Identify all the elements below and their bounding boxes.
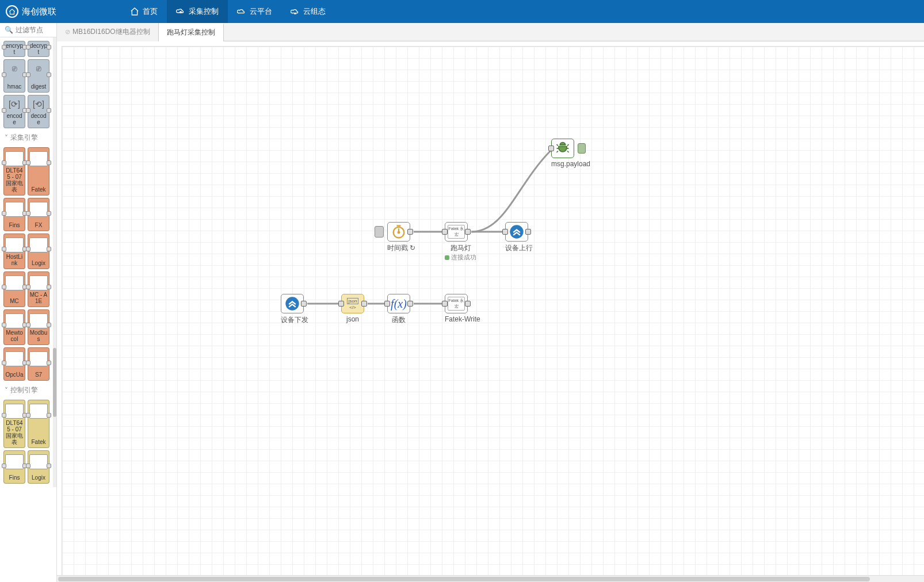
node-fatek-read[interactable]: Fatek 永宏 跑马灯 连接成功 bbox=[445, 222, 476, 262]
palette-node-mewtocol[interactable]: Mewtocol bbox=[3, 309, 25, 345]
chip-icon bbox=[5, 202, 24, 217]
canvas-viewport[interactable]: msg.payload 时间戳 ↻ Fatek 永宏 跑马 bbox=[57, 41, 924, 575]
nav-collect[interactable]: 采集控制 bbox=[167, 0, 228, 23]
svg-point-2 bbox=[398, 231, 400, 234]
chip-icon bbox=[29, 454, 48, 469]
chip-icon bbox=[29, 202, 48, 217]
palette-node-decode[interactable]: [⟲]decode bbox=[28, 95, 49, 128]
palette-node-modbus[interactable]: Modbus bbox=[28, 309, 49, 345]
tab-relay[interactable]: MB16DI16DO继电器控制 bbox=[57, 23, 159, 41]
palette-node-fatek-w[interactable]: Fatek bbox=[28, 400, 49, 448]
chip-icon bbox=[29, 151, 48, 166]
chip-icon bbox=[29, 404, 48, 419]
encode-icon: [⟳] bbox=[7, 98, 22, 110]
node-status: 连接成功 bbox=[445, 253, 476, 262]
palette-sidebar: 🔍 encrypt decrypt ⎚hmac ⎚digest [⟳]encod… bbox=[0, 23, 57, 582]
chevron-down-icon: ˅ bbox=[5, 386, 8, 395]
node-function[interactable]: f(x) 函数 bbox=[387, 294, 410, 325]
timer-icon bbox=[391, 224, 407, 240]
digest-icon: ⎚ bbox=[31, 62, 46, 75]
palette-node-logix-w[interactable]: Logix bbox=[28, 450, 49, 484]
nav-home[interactable]: 首页 bbox=[121, 0, 167, 23]
chip-icon bbox=[29, 275, 48, 290]
chip-icon bbox=[5, 238, 24, 252]
palette-node-fatek[interactable]: Fatek bbox=[28, 147, 49, 196]
debug-toggle[interactable] bbox=[578, 143, 586, 154]
palette-node-hostlink[interactable]: HostLink bbox=[3, 233, 25, 269]
search-input[interactable] bbox=[16, 26, 52, 34]
main-nav: 首页 采集控制 云平台 云组态 bbox=[121, 0, 335, 23]
json-icon: json</> bbox=[347, 298, 359, 310]
palette-node-encrypt[interactable]: encrypt bbox=[3, 41, 25, 57]
palette-node-encode[interactable]: [⟳]encode bbox=[3, 95, 25, 128]
cloud-cog-icon bbox=[176, 7, 185, 16]
cloud-link-icon bbox=[291, 7, 300, 16]
section-control-grid: DLT645 - 07 国家电表 Fatek Fins Logix bbox=[2, 399, 51, 485]
node-uplink[interactable]: 设备上行 bbox=[505, 222, 533, 253]
brand-name: 海创微联 bbox=[22, 6, 56, 17]
bug-icon bbox=[554, 140, 571, 156]
canvas-scrollbar-h[interactable] bbox=[57, 575, 924, 582]
chip-icon bbox=[29, 351, 48, 366]
palette-node-hmac[interactable]: ⎚hmac bbox=[3, 59, 25, 93]
palette-node-opcua[interactable]: OpcUa bbox=[3, 347, 25, 381]
chip-icon bbox=[5, 351, 24, 366]
node-inject[interactable]: 时间戳 ↻ bbox=[387, 222, 415, 253]
cloud-icon bbox=[237, 7, 246, 16]
chip-icon bbox=[5, 404, 24, 419]
palette-search[interactable]: 🔍 bbox=[0, 23, 56, 37]
download-icon bbox=[284, 296, 300, 312]
palette-node-fx[interactable]: FX bbox=[28, 198, 49, 231]
chip-icon bbox=[5, 275, 24, 290]
chip-icon bbox=[29, 238, 48, 252]
upload-icon bbox=[509, 224, 525, 240]
fatek-chip-icon: Fatek 永宏 bbox=[448, 225, 465, 239]
nav-scada[interactable]: 云组态 bbox=[281, 0, 335, 23]
fatek-chip-icon: Fatek 永宏 bbox=[448, 297, 465, 311]
palette-node-s7[interactable]: S7 bbox=[28, 347, 49, 381]
home-icon bbox=[130, 7, 139, 16]
chip-icon bbox=[5, 454, 24, 469]
palette-node-logix[interactable]: Logix bbox=[28, 233, 49, 269]
nav-cloud[interactable]: 云平台 bbox=[228, 0, 281, 23]
chip-icon bbox=[5, 313, 24, 328]
flow-tabs: MB16DI16DO继电器控制 跑马灯采集控制 + ▾ bbox=[57, 23, 924, 41]
palette-node-fins[interactable]: Fins bbox=[3, 198, 25, 231]
palette-node-fins-w[interactable]: Fins bbox=[3, 450, 25, 484]
palette-scrollbar[interactable] bbox=[53, 37, 56, 487]
wires bbox=[62, 47, 924, 575]
main-area: 🔍 encrypt decrypt ⎚hmac ⎚digest [⟳]encod… bbox=[0, 23, 924, 582]
search-icon: 🔍 bbox=[5, 26, 13, 34]
palette-node-dlt645[interactable]: DLT645 - 07 国家电表 bbox=[3, 147, 25, 196]
decode-icon: [⟲] bbox=[31, 98, 46, 110]
chip-icon bbox=[5, 151, 24, 166]
workspace: MB16DI16DO继电器控制 跑马灯采集控制 + ▾ bbox=[57, 23, 924, 582]
chip-icon bbox=[29, 313, 48, 328]
section-control-engine[interactable]: ˅控制引擎 bbox=[2, 382, 51, 399]
app-header: 海创微联 首页 采集控制 云平台 云组态 bbox=[0, 0, 924, 23]
section-collect-engine[interactable]: ˅采集引擎 bbox=[2, 129, 51, 146]
tab-marquee[interactable]: 跑马灯采集控制 bbox=[159, 23, 224, 41]
palette-node-mc-a1e[interactable]: MC - A1E bbox=[28, 271, 49, 307]
node-fatek-write[interactable]: Fatek 永宏 Fatek-Write bbox=[445, 294, 480, 323]
function-icon: f(x) bbox=[391, 297, 407, 311]
brand-icon bbox=[6, 5, 18, 18]
node-debug[interactable]: msg.payload bbox=[551, 139, 590, 168]
flow-canvas[interactable]: msg.payload 时间戳 ↻ Fatek 永宏 跑马 bbox=[62, 46, 924, 575]
repeat-icon: ↻ bbox=[410, 244, 415, 252]
inject-button[interactable] bbox=[375, 226, 384, 238]
palette: encrypt decrypt ⎚hmac ⎚digest [⟳]encode … bbox=[0, 37, 53, 487]
node-json[interactable]: json</> json bbox=[341, 294, 364, 323]
hmac-icon: ⎚ bbox=[7, 62, 22, 75]
palette-node-decrypt[interactable]: decrypt bbox=[28, 41, 49, 57]
palette-node-mc[interactable]: MC bbox=[3, 271, 25, 307]
palette-node-digest[interactable]: ⎚digest bbox=[28, 59, 49, 93]
palette-node-dlt645-w[interactable]: DLT645 - 07 国家电表 bbox=[3, 400, 25, 448]
chevron-down-icon: ˅ bbox=[5, 134, 8, 142]
section-collect-grid: DLT645 - 07 国家电表 Fatek Fins FX HostLink … bbox=[2, 146, 51, 382]
brand: 海创微联 bbox=[6, 5, 121, 18]
node-downlink[interactable]: 设备下发 bbox=[281, 294, 308, 325]
